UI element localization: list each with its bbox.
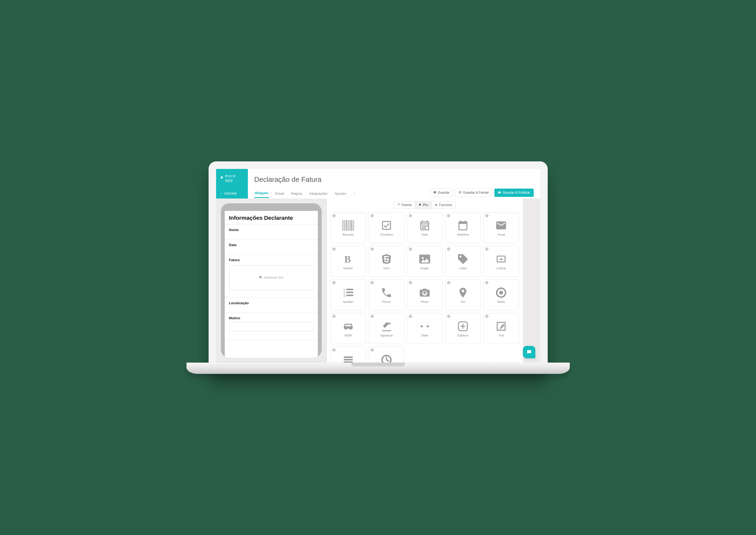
info-icon[interactable]: i [447,214,450,217]
field-motivo[interactable]: Motivo [225,313,318,340]
slider-icon [419,320,431,332]
info-icon[interactable]: i [409,214,412,217]
widget-label[interactable]: iLabel [445,246,481,277]
info-icon[interactable]: i [485,214,488,217]
phone-icon [381,287,393,298]
filter-favoritos[interactable]: ★ Favoritos [431,202,455,209]
info-icon[interactable]: i [333,281,335,284]
widget-textarea[interactable]: iText Area [331,347,366,362]
widget-text[interactable]: iText [483,313,519,344]
datetime-icon [457,219,469,231]
widget-phone[interactable]: iPhone [369,279,404,310]
widget-subform[interactable]: iSubform [445,313,481,344]
widget-checkbox[interactable]: iCheckbox [369,212,404,243]
top-bar: more app ← Cancelar Declaração de Fatura… [216,169,540,199]
save-publish-button[interactable]: Guardar & Publicar [494,188,534,197]
widget-label: Photo [421,300,429,303]
main-area: Informações Declarante Nome Data Fatura … [216,199,540,363]
page-title: Declaração de Fatura [254,175,534,184]
svg-rect-11 [344,359,353,360]
field-data[interactable]: Data [225,239,318,255]
cancel-button[interactable]: ← Cancelar [220,191,244,195]
filter-segmented: Padrão Pro ★ Favoritos [394,201,456,209]
rdw-icon [342,320,354,332]
info-icon[interactable]: i [485,247,488,251]
info-icon[interactable]: i [333,214,335,217]
info-icon[interactable]: i [447,281,450,284]
widget-label: Label [459,267,467,270]
widget-pin[interactable]: iPin [445,279,481,310]
info-icon[interactable]: i [333,315,335,318]
add-photo-dropzone[interactable]: Adicionar foto [229,265,313,290]
widget-date[interactable]: iDate [407,212,443,243]
widget-header[interactable]: iBHeader [331,246,366,277]
widget-email[interactable]: iEmail [483,212,519,243]
widget-grid: iBarcodeiCheckboxiDateiDatetimeiEmailiBH… [327,211,523,363]
info-icon[interactable]: i [447,315,450,318]
widget-photo[interactable]: iPhoto [407,279,443,310]
info-icon[interactable]: i [409,281,412,284]
widget-datetime[interactable]: iDatetime [445,212,481,243]
field-nome[interactable]: Nome [225,225,318,239]
tab-ajustes[interactable]: Ajustes [334,189,347,198]
info-icon[interactable]: i [371,348,374,352]
widget-label: Phone [382,300,391,303]
info-icon[interactable]: i [371,281,374,284]
info-icon[interactable]: i [447,247,450,251]
widget-image[interactable]: iImage [407,246,443,277]
checkbox-icon [381,219,393,231]
widget-number[interactable]: i123Number [331,279,366,310]
tab-integracoes[interactable]: Integrações [309,189,328,198]
header-icon: B [342,253,354,265]
info-icon[interactable]: i [333,348,335,352]
chat-icon [526,349,532,355]
tabs-row: Widgets Email Regras Integrações Ajustes… [254,188,534,199]
info-icon[interactable]: i [371,247,374,251]
widget-label: RDW [344,334,352,337]
save-close-button[interactable]: Guardar & Fechar [455,188,492,197]
save-icon [433,191,436,194]
widget-label: Date [422,233,428,236]
exit-icon [459,191,462,194]
form-preview: Informações Declarante Nome Data Fatura … [225,211,318,358]
star-icon: ★ [435,203,438,207]
widget-lookup[interactable]: iLookup [483,246,519,277]
widget-filters: Padrão Pro ★ Favoritos [327,199,523,211]
widget-slider[interactable]: iSlider [407,313,443,344]
info-icon[interactable]: i [333,247,335,251]
tabs-scroll-left-icon[interactable]: ‹ [353,190,356,197]
chat-fab[interactable] [523,346,535,358]
widget-radio[interactable]: iRadio [483,279,519,310]
camera-icon [259,275,262,279]
tab-email[interactable]: Email [275,189,285,198]
subform-icon [457,320,469,332]
info-icon[interactable]: i [371,214,374,217]
filter-padrao[interactable]: Padrão [394,202,416,209]
laptop-notch [351,363,405,366]
svg-text:B: B [344,254,351,265]
widget-barcode[interactable]: iBarcode [331,212,366,243]
widget-rdw[interactable]: iRDW [331,313,366,344]
field-fatura[interactable]: Fatura Adicionar foto [225,255,318,298]
info-icon[interactable]: i [485,281,488,284]
tabs: Widgets Email Regras Integrações Ajustes… [254,189,356,198]
widget-time[interactable]: iTime [369,347,404,362]
widget-html[interactable]: iHtml [369,246,404,277]
motivo-textarea[interactable] [229,322,313,331]
filter-padrao-label: Padrão [401,203,412,207]
info-icon[interactable]: i [371,315,374,318]
info-icon[interactable]: i [485,315,488,318]
info-icon[interactable]: i [409,315,412,318]
save-button[interactable]: Guardar [430,188,453,197]
text-icon [495,320,507,332]
tab-widgets[interactable]: Widgets [254,189,269,198]
widget-label: Email [498,233,505,236]
info-icon[interactable]: i [409,247,412,251]
radio-icon [495,287,507,298]
side-gap [523,199,540,363]
label-localizacao: Localização [229,301,313,305]
field-localizacao[interactable]: Localização [225,298,318,313]
tab-regras[interactable]: Regras [290,189,303,198]
filter-pro[interactable]: Pro [415,202,431,209]
widget-signature[interactable]: iSignature [369,313,404,344]
